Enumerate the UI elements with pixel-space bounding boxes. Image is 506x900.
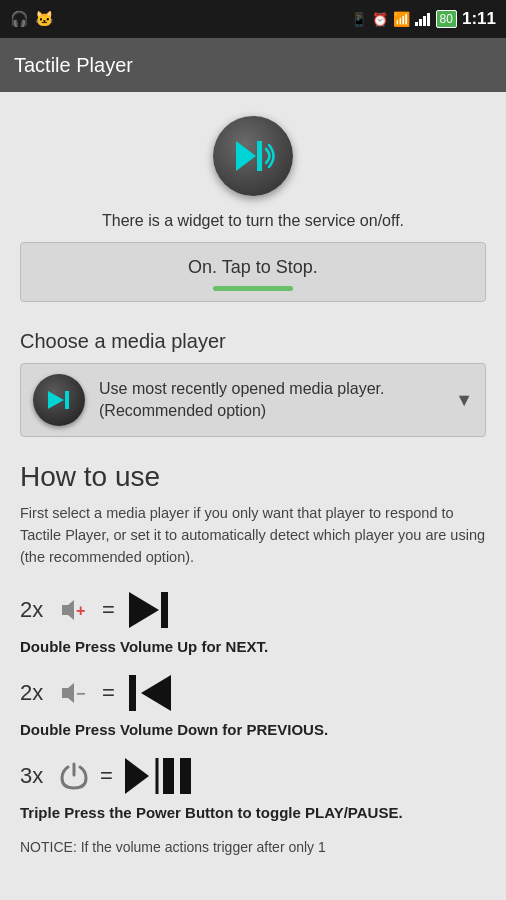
svg-marker-6 <box>48 391 64 409</box>
svg-rect-19 <box>180 758 191 794</box>
status-time: 1:11 <box>462 9 496 29</box>
on-off-section: On. Tap to Stop. <box>0 242 506 322</box>
next-press-count: 2x <box>20 597 48 623</box>
battery-level: 80 <box>436 10 457 28</box>
cat-icon: 🐱 <box>35 10 54 28</box>
play-pause-icon <box>123 754 203 798</box>
svg-rect-5 <box>257 141 262 171</box>
notice-text: NOTICE: If the volume actions trigger af… <box>0 837 506 858</box>
signal-icon <box>415 12 431 26</box>
equals-prev: = <box>102 680 115 706</box>
playpause-press-count: 3x <box>20 763 48 789</box>
wifi-icon: 📶 <box>393 11 410 27</box>
app-toolbar: Tactile Player <box>0 38 506 92</box>
svg-marker-16 <box>125 758 149 794</box>
media-player-icon <box>33 374 85 426</box>
playpause-instruction-label: Triple Press the Power Button to toggle … <box>20 804 486 821</box>
svg-rect-3 <box>427 13 430 26</box>
alarm-icon: ⏰ <box>372 12 388 27</box>
app-icon <box>213 116 293 196</box>
svg-marker-10 <box>129 592 159 628</box>
svg-rect-0 <box>415 22 418 26</box>
widget-description: There is a widget to turn the service on… <box>0 212 506 242</box>
svg-marker-15 <box>141 675 171 711</box>
status-bar-left-icons: 🎧 🐱 <box>10 10 54 28</box>
next-instruction-label: Double Press Volume Up for NEXT. <box>20 638 486 655</box>
svg-text:−: − <box>76 685 85 702</box>
svg-marker-12 <box>62 683 74 703</box>
media-player-dropdown-text: Use most recently opened media player. (… <box>99 378 445 423</box>
how-to-description: First select a media player if you only … <box>20 503 486 568</box>
power-icon <box>58 760 90 792</box>
app-icon-svg <box>226 129 280 183</box>
instruction-row-next: 2x + = <box>20 588 486 632</box>
svg-rect-1 <box>419 19 422 26</box>
svg-rect-7 <box>65 391 69 409</box>
status-bar-right-icons: 📱 ⏰ 📶 80 1:11 <box>351 9 496 29</box>
app-icon-section <box>0 92 506 212</box>
headset-icon: 🎧 <box>10 10 29 28</box>
prev-press-count: 2x <box>20 680 48 706</box>
status-bar: 🎧 🐱 📱 ⏰ 📶 80 1:11 <box>0 0 506 38</box>
on-off-label: On. Tap to Stop. <box>188 257 318 278</box>
main-content: There is a widget to turn the service on… <box>0 92 506 900</box>
on-off-button[interactable]: On. Tap to Stop. <box>20 242 486 302</box>
skip-prev-icon <box>125 671 175 715</box>
svg-rect-11 <box>161 592 168 628</box>
svg-marker-4 <box>236 141 256 171</box>
media-player-section-label: Choose a media player <box>0 322 506 363</box>
skip-next-icon <box>125 588 175 632</box>
instruction-row-playpause: 3x = <box>20 754 486 798</box>
prev-instruction-label: Double Press Volume Down for PREVIOUS. <box>20 721 486 738</box>
svg-marker-8 <box>62 600 74 620</box>
equals-next: = <box>102 597 115 623</box>
volume-up-icon: + <box>58 596 92 624</box>
svg-rect-2 <box>423 16 426 26</box>
media-player-dropdown[interactable]: Use most recently opened media player. (… <box>20 363 486 437</box>
volume-down-icon: − <box>58 679 92 707</box>
equals-playpause: = <box>100 763 113 789</box>
svg-text:+: + <box>76 602 85 619</box>
how-to-title: How to use <box>20 461 486 493</box>
instruction-row-prev: 2x − = <box>20 671 486 715</box>
how-to-section: How to use First select a media player i… <box>0 461 506 821</box>
svg-rect-18 <box>163 758 174 794</box>
selector-icon-svg <box>42 383 76 417</box>
svg-rect-14 <box>129 675 136 711</box>
dropdown-arrow-icon: ▼ <box>455 390 473 411</box>
sim-icon: 📱 <box>351 12 367 27</box>
status-indicator-bar <box>213 286 293 291</box>
app-title: Tactile Player <box>14 54 133 77</box>
